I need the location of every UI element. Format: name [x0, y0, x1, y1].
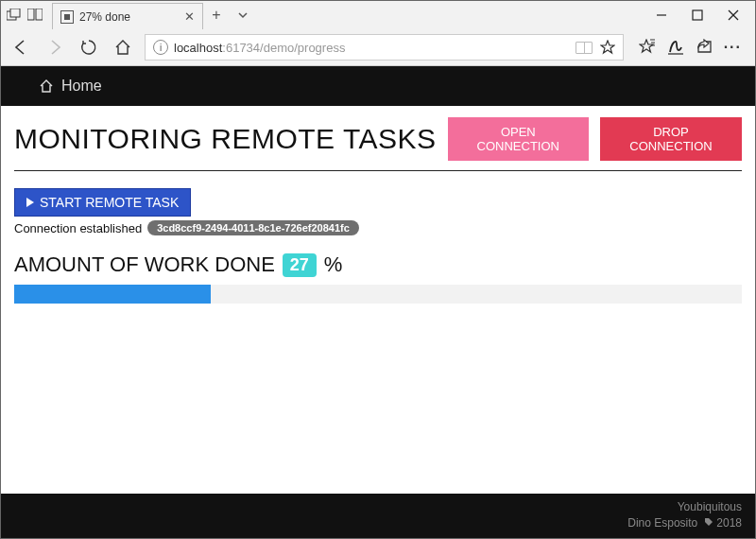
url-path: :61734/demo/progress	[222, 41, 345, 55]
open-connection-button[interactable]: OPEN CONNECTION	[448, 117, 590, 161]
browser-tab[interactable]: 27% done ✕	[52, 3, 203, 29]
connection-status: Connection established 3cd8ccf9-2494-401…	[14, 220, 742, 235]
footer-brand: Youbiquitous	[14, 499, 742, 515]
tab-strip: 27% done ✕ +	[1, 1, 755, 29]
window-group-icons	[7, 9, 43, 22]
tab-title: 27% done	[79, 10, 130, 24]
minimize-button[interactable]	[645, 3, 678, 27]
new-tab-button[interactable]: +	[203, 7, 230, 24]
page-title: MONITORING REMOTE TASKS	[14, 123, 437, 155]
connection-id-badge: 3cd8ccf9-2494-4011-8c1e-726ef20841fc	[147, 220, 359, 235]
back-button[interactable]	[9, 35, 33, 60]
progress-heading: AMOUNT OF WORK DONE 27 %	[14, 252, 742, 277]
drop-connection-button[interactable]: DROP CONNECTION	[600, 117, 742, 161]
site-info-icon[interactable]: i	[153, 40, 168, 55]
share-icon[interactable]	[696, 39, 713, 56]
progress-label: AMOUNT OF WORK DONE	[14, 252, 275, 277]
svg-rect-1	[10, 9, 20, 17]
play-icon	[26, 198, 34, 207]
tab-close-icon[interactable]: ✕	[184, 9, 195, 24]
svg-rect-3	[36, 9, 43, 20]
ink-notes-icon[interactable]	[667, 39, 684, 56]
side-by-side-icon[interactable]	[27, 9, 43, 22]
address-bar[interactable]: i localhost:61734/demo/progress	[145, 34, 624, 61]
footer-author: Dino Esposito	[627, 516, 697, 530]
more-menu-icon[interactable]: ···	[724, 39, 742, 56]
favorite-star-icon[interactable]	[600, 40, 615, 55]
page-viewport: Home MONITORING REMOTE TASKS OPEN CONNEC…	[1, 66, 755, 539]
nav-home-link[interactable]: Home	[61, 78, 102, 95]
footer-year: 2018	[716, 516, 742, 530]
tag-icon	[704, 517, 713, 527]
forward-button[interactable]	[43, 35, 67, 60]
header-divider	[14, 170, 742, 171]
nav-toolbar: i localhost:61734/demo/progress ···	[1, 29, 755, 65]
footer-copyright: Dino Esposito 2018	[14, 515, 742, 531]
status-label: Connection established	[14, 221, 142, 235]
window-controls	[645, 3, 749, 27]
reading-view-icon[interactable]	[576, 42, 593, 54]
progress-percent-badge: 27	[283, 253, 317, 277]
progress-percent-suffix: %	[324, 252, 343, 277]
maximize-button[interactable]	[681, 3, 713, 27]
favorites-list-icon[interactable]	[639, 39, 656, 56]
tabs-chevron-icon[interactable]	[230, 9, 256, 21]
home-button[interactable]	[111, 35, 135, 60]
site-navbar: Home	[1, 66, 755, 106]
home-icon	[39, 78, 54, 94]
start-button-label: START REMOTE TASK	[40, 195, 179, 210]
progress-bar-fill	[14, 285, 211, 304]
main-content: MONITORING REMOTE TASKS OPEN CONNECTION …	[1, 106, 755, 494]
refresh-button[interactable]	[77, 35, 101, 60]
browser-chrome: 27% done ✕ + i localhost:61734/demo/prog…	[1, 1, 755, 66]
cascade-icon[interactable]	[7, 9, 22, 22]
toolbar-right: ···	[633, 39, 747, 56]
site-footer: Youbiquitous Dino Esposito 2018	[1, 494, 755, 539]
close-window-button[interactable]	[717, 3, 749, 27]
url-host: localhost	[174, 41, 222, 55]
progress-bar-track	[14, 285, 742, 304]
svg-rect-2	[27, 9, 34, 20]
start-remote-task-button[interactable]: START REMOTE TASK	[14, 188, 191, 217]
tab-favicon	[60, 10, 74, 24]
svg-rect-5	[693, 10, 702, 20]
